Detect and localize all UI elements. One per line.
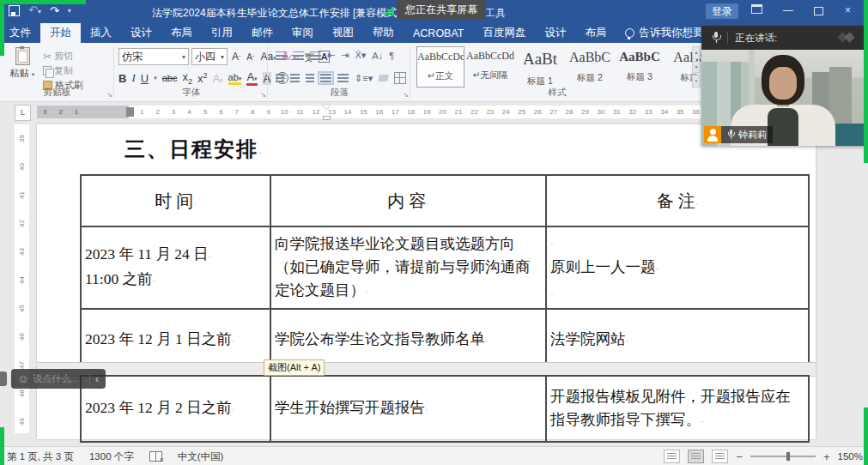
style-heading1[interactable]: AaBt 标题 1 bbox=[516, 46, 564, 88]
paragraph-launcher-icon[interactable]: ↘ bbox=[403, 91, 409, 99]
subscript-icon[interactable]: x2 bbox=[182, 70, 192, 86]
style-no-spacing[interactable]: AaBbCcDdl ↵无间隔 bbox=[466, 46, 514, 88]
borders-icon[interactable] bbox=[394, 72, 406, 84]
style-heading2[interactable]: AaBbC 标题 2 bbox=[566, 46, 614, 88]
tab-3[interactable]: 布局 bbox=[161, 23, 202, 43]
redo-icon[interactable]: ↷ bbox=[50, 5, 59, 16]
superscript-icon[interactable]: x2 bbox=[197, 71, 208, 85]
strikethrough-icon[interactable]: abc bbox=[162, 73, 178, 83]
clipboard-launcher-icon[interactable]: ↘ bbox=[106, 91, 112, 99]
styles-gallery-scroll[interactable]: ▲▼▾ bbox=[692, 46, 701, 88]
context-tab-0[interactable]: 设计 bbox=[536, 23, 576, 43]
shrink-font-icon[interactable]: Aˇ bbox=[245, 52, 256, 62]
print-layout-icon[interactable] bbox=[688, 450, 704, 463]
chat-placeholder[interactable]: 说点什么... bbox=[33, 372, 84, 385]
font-size-combo[interactable]: 小四 ▾ bbox=[191, 48, 228, 65]
numbering-icon[interactable] bbox=[293, 51, 304, 60]
show-marks-icon[interactable]: ¶ bbox=[389, 51, 394, 61]
asian-layout-icon[interactable]: X́▾ bbox=[355, 50, 366, 61]
speaking-status: 正在讲话: bbox=[735, 32, 777, 45]
font-launcher-icon[interactable]: ↘ bbox=[260, 91, 266, 99]
schedule-table-continued[interactable]: 2023 年 12 月 2 日之前· 学生开始撰写开题报告· 开题报告模板见附件… bbox=[80, 375, 810, 443]
document-page[interactable]: 三、日程安排· 时 间· 内 容· 备 注· 2023 年 11 月 24 日·… bbox=[37, 124, 816, 439]
multilevel-list-icon[interactable] bbox=[310, 51, 321, 60]
zoom-in-icon[interactable]: + bbox=[823, 450, 830, 463]
copy-label: 复制 bbox=[54, 64, 73, 77]
proofing-icon[interactable] bbox=[149, 451, 162, 462]
share-border-left-bottom bbox=[0, 427, 4, 465]
language-indicator[interactable]: 中文(中国) bbox=[178, 450, 224, 463]
font-name-combo[interactable]: 仿宋 ▾ bbox=[118, 48, 189, 65]
login-button[interactable]: 登录 bbox=[706, 3, 738, 19]
font-size-dropdown-icon: ▾ bbox=[221, 53, 224, 61]
close-icon[interactable]: × bbox=[845, 4, 851, 16]
schedule-table[interactable]: 时 间· 内 容· 备 注· 2023 年 11 月 24 日· 11:00 之… bbox=[80, 174, 810, 369]
lightbulb-icon bbox=[625, 28, 634, 38]
highlight-color-icon[interactable]: ab▾ bbox=[228, 72, 242, 85]
bullets-icon[interactable] bbox=[276, 51, 287, 60]
paste-label: 粘贴 bbox=[10, 68, 29, 78]
cut-button[interactable]: ✂ 剪切 bbox=[43, 50, 73, 63]
sort-icon[interactable]: A↓ bbox=[372, 51, 383, 61]
align-right-icon[interactable] bbox=[306, 74, 314, 82]
zoom-level[interactable]: 150% bbox=[838, 451, 863, 462]
chat-edge-handle[interactable] bbox=[0, 371, 7, 386]
increase-indent-icon[interactable]: ⇥ bbox=[341, 50, 349, 61]
text-effects-icon[interactable]: A▾ bbox=[212, 72, 222, 85]
indent-marker[interactable] bbox=[323, 105, 331, 119]
zoom-slider-thumb[interactable] bbox=[786, 452, 790, 461]
line-spacing-icon[interactable]: ⇕≡▾ bbox=[355, 73, 373, 84]
page-indicator[interactable]: 第 1 页, 共 3 页 bbox=[7, 450, 74, 463]
tab-4[interactable]: 引用 bbox=[202, 23, 242, 43]
tab-0[interactable]: 开始 bbox=[40, 23, 81, 43]
save-icon[interactable] bbox=[9, 5, 20, 16]
tab-8[interactable]: 帮助 bbox=[363, 23, 404, 43]
main-tabs: 开始插入设计布局引用邮件审阅视图帮助ACROBAT百度网盘 bbox=[40, 23, 536, 43]
zoom-slider[interactable] bbox=[750, 456, 816, 457]
bold-icon[interactable]: B bbox=[118, 72, 126, 85]
chat-input-bar[interactable]: ☺ 说点什么... ‹ bbox=[11, 369, 106, 389]
web-layout-icon[interactable] bbox=[712, 450, 728, 463]
tab-1[interactable]: 插入 bbox=[81, 23, 121, 43]
meeting-overlay[interactable]: 正在讲话: 钟莉莉 bbox=[701, 26, 865, 146]
section-heading: 三、日程安排· bbox=[124, 136, 264, 163]
tab-7[interactable]: 视图 bbox=[323, 23, 363, 43]
italic-icon[interactable]: I bbox=[131, 71, 135, 85]
qat-customize-icon[interactable]: ▾ bbox=[68, 7, 71, 15]
font-color-icon[interactable]: A▾ bbox=[246, 70, 257, 86]
tab-6[interactable]: 审阅 bbox=[282, 23, 323, 43]
tab-10[interactable]: 百度网盘 bbox=[474, 23, 536, 43]
table-header-row: 时 间· 内 容· 备 注· bbox=[81, 175, 809, 226]
maximize-icon[interactable] bbox=[814, 6, 823, 18]
collapse-chevron-icon[interactable]: ‹ bbox=[95, 373, 99, 385]
distribute-icon[interactable] bbox=[337, 74, 349, 82]
tab-5[interactable]: 邮件 bbox=[242, 23, 282, 43]
meeting-app-logo bbox=[836, 32, 859, 44]
tab-file[interactable]: 文件 bbox=[0, 23, 40, 43]
style-heading3[interactable]: AaBbC 标题 3 bbox=[616, 46, 664, 88]
underline-icon[interactable]: U bbox=[141, 72, 149, 85]
tab-9[interactable]: ACROBAT bbox=[404, 23, 474, 43]
copy-button[interactable]: 复制 bbox=[43, 64, 73, 77]
shading-icon[interactable] bbox=[378, 75, 389, 82]
minimize-icon[interactable]: — bbox=[783, 4, 793, 16]
ribbon-display-options-icon[interactable] bbox=[751, 4, 762, 16]
decrease-indent-icon[interactable]: ⇤ bbox=[327, 50, 335, 61]
grow-font-icon[interactable]: Aˆ bbox=[230, 51, 242, 63]
paste-button[interactable]: 粘贴 ▾ bbox=[5, 46, 39, 88]
tab-selector[interactable]: L bbox=[15, 105, 31, 121]
word-count[interactable]: 1300 个字 bbox=[89, 450, 134, 463]
align-center-icon[interactable] bbox=[290, 74, 300, 82]
share-border-right-bottom bbox=[864, 408, 868, 465]
margin-marker[interactable] bbox=[126, 107, 134, 117]
justify-icon[interactable] bbox=[320, 74, 331, 82]
quick-access-toolbar: ↶▾ ↷ ▾ bbox=[9, 4, 71, 17]
align-left-icon[interactable] bbox=[276, 74, 284, 82]
read-mode-icon[interactable] bbox=[664, 450, 680, 463]
emoji-icon[interactable]: ☺ bbox=[17, 372, 28, 385]
tab-2[interactable]: 设计 bbox=[121, 23, 161, 43]
zoom-out-icon[interactable]: − bbox=[736, 450, 743, 463]
style-normal[interactable]: AaBbCcDdl ↵正文 bbox=[416, 46, 464, 88]
context-tab-1[interactable]: 布局 bbox=[576, 23, 616, 43]
undo-icon[interactable]: ↶▾ bbox=[28, 4, 41, 17]
